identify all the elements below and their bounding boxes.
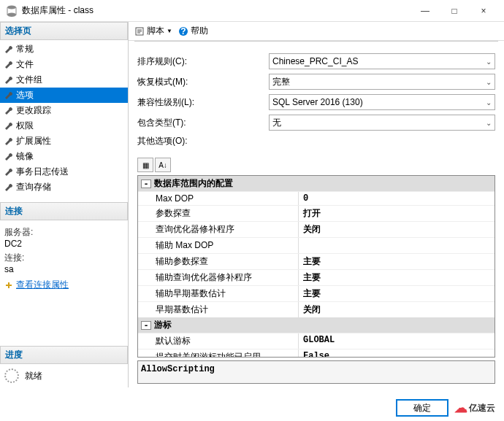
grid-alpha-button[interactable]: A↓	[155, 158, 171, 172]
conn-label: 连接:	[4, 252, 123, 264]
wrench-icon	[4, 168, 13, 177]
server-value: DC2	[4, 239, 123, 249]
wrench-icon	[4, 91, 13, 100]
nav-item-7[interactable]: 镜像	[0, 149, 128, 164]
svg-point-1	[7, 12, 16, 16]
grid-toolbar: ▦ A↓	[129, 156, 504, 174]
help-icon: ?	[178, 26, 188, 36]
collapse-icon[interactable]: -	[141, 321, 151, 330]
wrench-icon	[4, 61, 13, 69]
prop-row[interactable]: Max DOP0	[138, 191, 495, 205]
property-grid[interactable]: -数据库范围内的配置Max DOP0参数探查打开查询优化器修补程序关闭辅助 Ma…	[137, 175, 495, 358]
other-options-label: 其他选项(O):	[137, 135, 269, 147]
dropdown-arrow-icon: ▼	[167, 28, 172, 34]
prop-row[interactable]: 查询优化器修补程序关闭	[138, 221, 495, 237]
sidebar: 选择页 常规文件文件组选项更改跟踪权限扩展属性镜像事务日志传送查询存储 连接 服…	[0, 22, 128, 387]
compat-select[interactable]: SQL Server 2016 (130)⌄	[269, 94, 495, 110]
prop-row[interactable]: 默认游标GLOBAL	[138, 333, 495, 349]
script-button[interactable]: 脚本 ▼	[134, 25, 172, 37]
collation-select[interactable]: Chinese_PRC_CI_AS⌄	[269, 53, 495, 69]
title-bar: 数据库属性 - class — □ ×	[0, 0, 504, 22]
close-button[interactable]: ×	[469, 1, 498, 21]
nav-item-2[interactable]: 文件组	[0, 72, 128, 88]
nav-item-6[interactable]: 扩展属性	[0, 134, 128, 149]
prop-row[interactable]: 辅助早期基数估计主要	[138, 285, 495, 301]
help-button[interactable]: ? 帮助	[178, 25, 208, 37]
form-area: 排序规则(C): Chinese_PRC_CI_AS⌄ 恢复模式(M): 完整⌄…	[129, 46, 504, 156]
view-connection-link[interactable]: 查看连接属性	[4, 279, 123, 291]
progress-header: 进度	[0, 346, 128, 364]
grid-categorize-button[interactable]: ▦	[137, 158, 153, 172]
minimize-button[interactable]: —	[411, 1, 440, 21]
wrench-icon	[4, 137, 13, 146]
recovery-select[interactable]: 完整⌄	[269, 74, 495, 90]
prop-row[interactable]: 辅助 Max DOP	[138, 237, 495, 253]
containment-select[interactable]: 无⌄	[269, 115, 495, 131]
prop-row[interactable]: 早期基数估计关闭	[138, 301, 495, 317]
svg-point-0	[7, 5, 16, 9]
ok-button[interactable]: 确定	[396, 399, 448, 417]
progress-status: 就绪	[25, 370, 42, 382]
recovery-label: 恢复模式(M):	[137, 76, 269, 88]
content-toolbar: 脚本 ▼ ? 帮助	[129, 22, 504, 41]
button-bar: 确定 ☁亿速云	[396, 399, 495, 417]
content-area: 脚本 ▼ ? 帮助 排序规则(C): Chinese_PRC_CI_AS⌄ 恢复…	[128, 22, 504, 387]
database-icon	[6, 5, 18, 17]
collapse-icon[interactable]: -	[141, 179, 151, 188]
collation-label: 排序规则(C):	[137, 55, 269, 68]
wrench-icon	[4, 76, 13, 85]
conn-value: sa	[4, 264, 123, 274]
prop-category[interactable]: -游标	[138, 317, 495, 333]
select-page-header: 选择页	[0, 22, 128, 40]
wrench-icon	[4, 107, 13, 115]
wrench-icon	[4, 45, 13, 54]
wrench-icon	[4, 122, 13, 131]
wrench-icon	[4, 183, 13, 192]
nav-item-8[interactable]: 事务日志传送	[0, 164, 128, 179]
prop-row[interactable]: 提交时关闭游标功能已启用False	[138, 349, 495, 358]
progress-spinner	[4, 368, 19, 383]
nav-list: 常规文件文件组选项更改跟踪权限扩展属性镜像事务日志传送查询存储	[0, 40, 128, 196]
prop-row[interactable]: 参数探查打开	[138, 205, 495, 221]
nav-item-0[interactable]: 常规	[0, 42, 128, 57]
connection-icon	[4, 281, 13, 290]
containment-label: 包含类型(T):	[137, 117, 269, 129]
nav-item-3[interactable]: 选项	[0, 88, 128, 103]
svg-text:?: ?	[180, 26, 186, 36]
compat-label: 兼容性级别(L):	[137, 96, 269, 109]
property-description: AllowScripting	[137, 360, 495, 384]
nav-item-9[interactable]: 查询存储	[0, 179, 128, 195]
logo: ☁亿速云	[454, 400, 495, 416]
maximize-button[interactable]: □	[440, 1, 469, 21]
prop-row[interactable]: 辅助查询优化器修补程序主要	[138, 269, 495, 285]
nav-item-5[interactable]: 权限	[0, 118, 128, 134]
window-title: 数据库属性 - class	[22, 4, 411, 17]
nav-item-4[interactable]: 更改跟踪	[0, 103, 128, 118]
script-icon	[134, 26, 145, 36]
connection-header: 连接	[0, 202, 128, 220]
cloud-icon: ☁	[454, 400, 467, 416]
nav-item-1[interactable]: 文件	[0, 57, 128, 72]
server-label: 服务器:	[4, 226, 123, 239]
wrench-icon	[4, 152, 13, 161]
prop-category[interactable]: -数据库范围内的配置	[138, 176, 495, 191]
prop-row[interactable]: 辅助参数探查主要	[138, 253, 495, 269]
